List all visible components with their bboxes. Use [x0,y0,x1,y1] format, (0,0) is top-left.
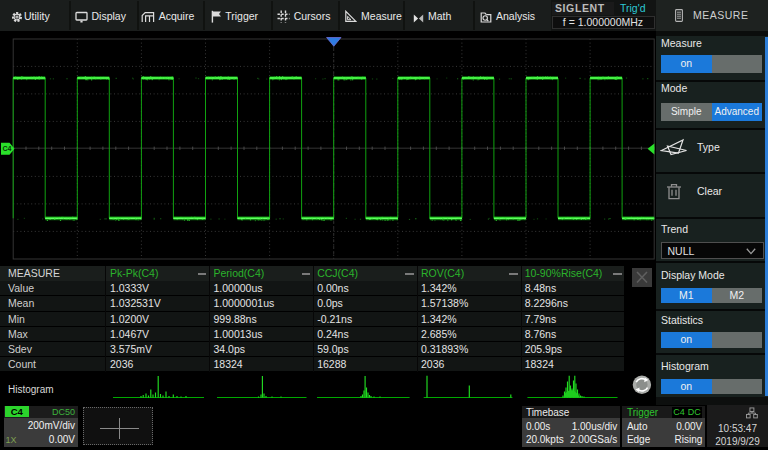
svg-text:C4: C4 [3,145,12,152]
